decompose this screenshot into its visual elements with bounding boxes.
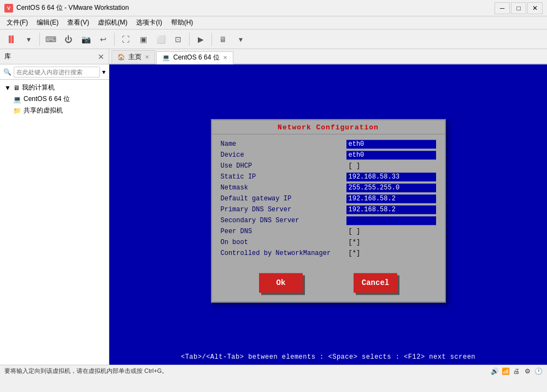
field-value-networkmanager[interactable]: [*]	[346, 249, 436, 258]
console-button[interactable]: ▶	[193, 32, 208, 47]
menu-vm[interactable]: 虚拟机(M)	[93, 17, 132, 28]
sidebar-title: 库	[4, 52, 11, 61]
field-label-gateway: Default gateway IP	[221, 195, 346, 203]
app-icon: V	[4, 4, 13, 13]
field-value-peer-dns[interactable]: [ ]	[346, 227, 436, 236]
power-button[interactable]: ⏻	[61, 32, 76, 47]
dialog-content: Name eth0 Device eth0 Use DHCP [ ] Stati…	[212, 134, 445, 265]
shared-icon: 📁	[13, 107, 21, 115]
tab-bar: 🏠 主页 ✕ 💻 CentOS 6 64 位 ✕	[109, 49, 547, 64]
status-icons: 🔊 📶 🖨 ⚙ 🕐	[490, 367, 543, 376]
vm-display[interactable]: Network Configuration Name eth0 Device e…	[109, 64, 547, 365]
stretch-button[interactable]: ⬜	[153, 32, 168, 47]
field-label-secondary-dns: Secondary DNS Server	[221, 217, 346, 224]
search-input[interactable]	[14, 67, 100, 78]
status-icon-network[interactable]: 📶	[501, 367, 510, 376]
sidebar: 库 ✕ 🔍 ▾ ▼ 🖥 我的计算机 💻 CentOS 6 64 位 📁 共享的虚…	[0, 49, 109, 365]
field-value-secondary-dns[interactable]	[346, 216, 436, 225]
window-title: CentOS 6 64 位 - VMware Workstation	[16, 3, 495, 13]
sidebar-header: 库 ✕	[0, 49, 109, 64]
dialog-title: Network Configuration	[212, 120, 445, 134]
tree-item-shared[interactable]: 📁 共享的虚拟机	[0, 105, 109, 116]
tab-vm-label: CentOS 6 64 位	[173, 53, 220, 62]
status-icon-sound[interactable]: 🔊	[490, 367, 499, 376]
search-icon: 🔍	[3, 68, 11, 76]
ok-button[interactable]: Ok	[259, 273, 303, 293]
toolbar-sep-1	[39, 33, 40, 46]
field-label-dhcp: Use DHCP	[221, 162, 346, 170]
field-value-static-ip[interactable]: 192.168.58.33	[346, 173, 436, 181]
vm-icon: 💻	[13, 96, 21, 103]
menu-tabs[interactable]: 选项卡(I)	[132, 17, 166, 28]
toolbar-sep-2	[114, 33, 115, 46]
tree-label-centos: CentOS 6 64 位	[23, 94, 70, 104]
tab-home[interactable]: 🏠 主页 ✕	[111, 50, 155, 63]
field-value-netmask[interactable]: 255.255.255.0	[346, 183, 436, 192]
menu-view[interactable]: 查看(V)	[63, 17, 93, 28]
hint-text: <Tab>/<Alt-Tab> between elements : <Spac…	[181, 353, 475, 361]
tree-item-my-computer[interactable]: ▼ 🖥 我的计算机	[0, 82, 109, 93]
field-value-name[interactable]: eth0	[346, 140, 436, 149]
status-icon-time[interactable]: 🕐	[534, 367, 543, 376]
view-button[interactable]: 🖥	[215, 32, 231, 47]
dialog-row-netmask: Netmask 255.255.255.0	[221, 183, 436, 192]
view-dropdown[interactable]: ▾	[233, 32, 248, 47]
toolbar-dropdown[interactable]: ▾	[21, 32, 36, 47]
main-area: 库 ✕ 🔍 ▾ ▼ 🖥 我的计算机 💻 CentOS 6 64 位 📁 共享的虚…	[0, 49, 547, 365]
dialog-row-device: Device eth0	[221, 151, 436, 159]
field-value-gateway[interactable]: 192.168.58.2	[346, 194, 436, 203]
menu-file[interactable]: 文件(F)	[2, 17, 32, 28]
menu-help[interactable]: 帮助(H)	[167, 17, 198, 28]
status-icon-printer[interactable]: 🖨	[512, 367, 521, 376]
toolbar-sep-4	[211, 33, 212, 46]
dialog-row-secondary-dns: Secondary DNS Server	[221, 216, 436, 225]
close-button[interactable]: ✕	[527, 2, 543, 14]
field-value-dhcp[interactable]: [ ]	[346, 162, 436, 170]
maximize-button[interactable]: □	[511, 2, 526, 14]
send-ctrl-alt-del[interactable]: ⌨	[43, 32, 58, 47]
field-label-networkmanager: Controlled by NetworkManager	[221, 250, 346, 257]
title-bar: V CentOS 6 64 位 - VMware Workstation ─ □…	[0, 0, 547, 16]
tree-item-centos[interactable]: 💻 CentOS 6 64 位	[0, 93, 109, 105]
dialog-row-peer-dns: Peer DNS [ ]	[221, 227, 436, 236]
field-label-peer-dns: Peer DNS	[221, 228, 346, 235]
sidebar-close-button[interactable]: ✕	[98, 52, 104, 61]
field-value-device[interactable]: eth0	[346, 151, 436, 159]
network-config-dialog: Network Configuration Name eth0 Device e…	[211, 119, 446, 302]
pause-button[interactable]	[3, 32, 19, 47]
field-value-on-boot[interactable]: [*]	[346, 238, 436, 247]
window-controls: ─ □ ✕	[495, 2, 543, 14]
search-dropdown-icon[interactable]: ▾	[102, 68, 105, 76]
tab-vm-close[interactable]: ✕	[223, 55, 227, 61]
minimize-button[interactable]: ─	[495, 2, 510, 14]
sidebar-tree: ▼ 🖥 我的计算机 💻 CentOS 6 64 位 📁 共享的虚拟机	[0, 80, 109, 118]
tree-label-shared: 共享的虚拟机	[23, 106, 63, 115]
tab-home-close[interactable]: ✕	[145, 54, 149, 60]
menu-edit[interactable]: 编辑(E)	[32, 17, 63, 28]
computer-icon: ▼	[4, 84, 11, 92]
tree-label-my-computer: 我的计算机	[22, 83, 55, 92]
home-icon: 🏠	[117, 54, 125, 61]
hint-bar: <Tab>/<Alt-Tab> between elements : <Spac…	[109, 349, 547, 365]
status-text: 要将输入定向到该虚拟机，请在虚拟机内部单击或按 Ctrl+G。	[4, 367, 168, 375]
cancel-button[interactable]: Cancel	[354, 273, 397, 293]
field-label-on-boot: On boot	[221, 239, 346, 246]
field-label-device: Device	[221, 151, 346, 159]
full-screen-button[interactable]: ⛶	[118, 32, 133, 47]
field-label-primary-dns: Primary DNS Server	[221, 206, 346, 213]
revert-button[interactable]: ↩	[96, 32, 111, 47]
tab-vm[interactable]: 💻 CentOS 6 64 位 ✕	[156, 51, 233, 64]
content-area: 🏠 主页 ✕ 💻 CentOS 6 64 位 ✕ Network Configu…	[109, 49, 547, 365]
status-icon-settings[interactable]: ⚙	[523, 367, 532, 376]
unity-button[interactable]: ▣	[136, 32, 151, 47]
dialog-row-on-boot: On boot [*]	[221, 238, 436, 247]
field-label-static-ip: Static IP	[221, 173, 346, 181]
fit-button[interactable]: ⊡	[170, 32, 186, 47]
dialog-row-name: Name eth0	[221, 140, 436, 149]
field-value-primary-dns[interactable]: 192.168.58.2	[346, 205, 436, 214]
dialog-row-primary-dns: Primary DNS Server 192.168.58.2	[221, 205, 436, 214]
snapshot-button[interactable]: 📷	[78, 32, 93, 47]
field-label-name: Name	[221, 140, 346, 148]
dialog-row-static-ip: Static IP 192.168.58.33	[221, 173, 436, 181]
sidebar-search-area: 🔍 ▾	[0, 64, 109, 80]
